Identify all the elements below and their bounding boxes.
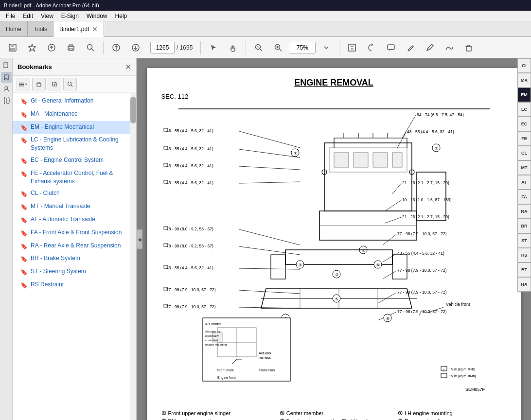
- bookmark-item-ec[interactable]: 🔖 EC - Engine Control System: [13, 154, 136, 167]
- bookmark-label-lc[interactable]: LC - Engine Lubrication & Cooling System…: [31, 136, 132, 152]
- bookmark-label-gi[interactable]: GI - General Information: [31, 97, 93, 105]
- svg-line-14: [260, 49, 263, 51]
- select-tool-button[interactable]: [205, 39, 222, 56]
- side-icon-attachments[interactable]: [1, 95, 12, 106]
- find-button[interactable]: [82, 39, 99, 56]
- right-tab-em[interactable]: EM: [517, 88, 531, 102]
- save-button[interactable]: [4, 39, 21, 56]
- bookmark-label-ma[interactable]: MA - Maintenance: [31, 110, 78, 118]
- svg-rect-135: [441, 373, 447, 378]
- fit-page-button[interactable]: [343, 39, 361, 56]
- zoom-dropdown-button[interactable]: [318, 39, 335, 56]
- print-button[interactable]: [62, 39, 80, 56]
- bookmark-label-at[interactable]: AT - Automatic Transaxle: [31, 215, 95, 224]
- right-tab-gi[interactable]: GI: [517, 58, 531, 73]
- bookmark-label-fa[interactable]: FA - Front Axle & Front Suspension: [31, 228, 122, 237]
- tab-binder[interactable]: Binder1.pdf ✕: [53, 21, 104, 37]
- bookmark-item-mt[interactable]: 🔖 MT - Manual Transaxle: [13, 200, 136, 213]
- bookmark-item-at[interactable]: 🔖 AT - Automatic Transaxle: [13, 213, 136, 227]
- pdf-area[interactable]: ENGINE REMOVAL SEC. 112: [137, 58, 531, 420]
- delete-button[interactable]: [460, 39, 478, 56]
- bookmark-item-rs[interactable]: 🔖 RS Restraint: [13, 279, 136, 292]
- edit-button[interactable]: [421, 39, 439, 56]
- svg-text:SEM057F: SEM057F: [465, 387, 485, 392]
- legend-area: ① Front upper engine slinger ② RH engine…: [161, 410, 507, 420]
- bookmark-label-st[interactable]: ST - Steering System: [31, 267, 86, 276]
- tab-close-icon[interactable]: ✕: [92, 25, 98, 33]
- bookmark-label-ra[interactable]: RA - Rear Axle & Rear Suspension: [31, 242, 121, 250]
- bookmark-label-cl[interactable]: CL - Clutch: [31, 189, 60, 197]
- upload-button[interactable]: [43, 39, 60, 56]
- right-tab-st[interactable]: ST: [517, 233, 531, 248]
- side-icon-page[interactable]: [1, 60, 12, 71]
- right-tab-ra[interactable]: RA: [517, 204, 531, 219]
- prev-page-button[interactable]: [107, 39, 125, 56]
- right-tab-ma[interactable]: MA: [517, 73, 531, 88]
- menu-help[interactable]: Help: [111, 12, 131, 20]
- right-tab-fe[interactable]: FE: [517, 131, 531, 146]
- tab-tools[interactable]: Tools: [28, 21, 53, 36]
- sidebar-search-button[interactable]: [63, 78, 77, 90]
- highlight-button[interactable]: [402, 39, 419, 56]
- bookmark-item-fe[interactable]: 🔖 FE - Accelerator Control, Fuel & Exhau…: [13, 167, 136, 188]
- bookmark-label-br[interactable]: BR - Brake System: [31, 254, 80, 262]
- bookmark-label-fe[interactable]: FE - Accelerator Control, Fuel & Exhaust…: [31, 169, 132, 186]
- menu-esign[interactable]: E-Sign: [57, 12, 83, 20]
- bookmark-label-ec[interactable]: EC - Engine Control System: [31, 156, 104, 164]
- tab-home[interactable]: Home: [0, 21, 28, 36]
- bookmark-label-mt[interactable]: MT - Manual Transaxle: [31, 202, 90, 210]
- title-bar-text: Binder1.pdf - Adobe Acrobat Pro (64-bit): [4, 2, 99, 8]
- hand-tool-button[interactable]: [224, 39, 242, 56]
- bookmark-label-em[interactable]: EM - Engine Mechanical: [31, 123, 94, 131]
- next-page-button[interactable]: [127, 39, 144, 56]
- bookmark-icon-rs: 🔖: [20, 281, 28, 290]
- right-tab-mt[interactable]: MT: [517, 160, 531, 175]
- sidebar-close-button[interactable]: ✕: [125, 62, 131, 71]
- sign-button[interactable]: [441, 39, 458, 56]
- svg-line-63: [239, 268, 300, 269]
- right-tab-at[interactable]: AT: [517, 175, 531, 190]
- scrollbar-thumb[interactable]: [130, 97, 136, 123]
- bookmark-item-lc[interactable]: 🔖 LC - Engine Lubrication & Cooling Syst…: [13, 134, 136, 154]
- sidebar-new-button[interactable]: [48, 78, 61, 90]
- right-tab-fa[interactable]: FA: [517, 190, 531, 204]
- comment-button[interactable]: [382, 39, 400, 56]
- svg-line-93: [383, 271, 396, 279]
- page-input[interactable]: [150, 42, 175, 53]
- svg-text:77 - 98 (7.9 - 10.0, 57 - 72): 77 - 98 (7.9 - 10.0, 57 - 72): [166, 304, 216, 309]
- menu-edit[interactable]: Edit: [19, 12, 37, 20]
- right-tab-rs[interactable]: RS: [517, 248, 531, 262]
- sidebar-delete-button[interactable]: [32, 78, 46, 90]
- side-icon-bookmarks[interactable]: [1, 72, 12, 83]
- bookmark-label-rs[interactable]: RS Restraint: [31, 280, 64, 289]
- right-tab-ec[interactable]: EC: [517, 117, 531, 131]
- bookmark-item-fa[interactable]: 🔖 FA - Front Axle & Front Suspension: [13, 227, 136, 240]
- zoom-input[interactable]: [289, 42, 316, 53]
- rotate-button[interactable]: [363, 39, 380, 56]
- scrollbar-track[interactable]: [130, 93, 136, 420]
- bookmark-button[interactable]: [23, 39, 41, 56]
- svg-rect-22: [466, 46, 471, 51]
- menu-file[interactable]: File: [2, 12, 19, 20]
- side-icon-signatures[interactable]: [1, 84, 12, 94]
- bookmark-item-ma[interactable]: 🔖 MA - Maintenance: [13, 108, 136, 121]
- legend-item-6: ⑥ Front engine mounting (Fluid type): [280, 418, 388, 420]
- sidebar-options-button[interactable]: [17, 78, 30, 90]
- bookmark-item-em[interactable]: 🔖 EM - Engine Mechanical: [13, 121, 136, 134]
- zoom-in-button[interactable]: [269, 39, 287, 56]
- menu-view[interactable]: View: [37, 12, 57, 20]
- right-tab-cl[interactable]: CL: [517, 146, 531, 160]
- svg-line-18: [280, 49, 282, 51]
- menu-window[interactable]: Window: [83, 12, 111, 20]
- right-tab-ha[interactable]: HA: [517, 277, 531, 292]
- collapse-handle[interactable]: ◀: [137, 229, 142, 249]
- bookmark-item-gi[interactable]: 🔖 GI - General Information: [13, 95, 136, 108]
- right-tab-br[interactable]: BR: [517, 219, 531, 233]
- right-tab-lc[interactable]: LC: [517, 102, 531, 117]
- bookmark-item-ra[interactable]: 🔖 RA - Rear Axle & Rear Suspension: [13, 240, 136, 253]
- right-tab-bt[interactable]: BT: [517, 262, 531, 277]
- bookmark-item-cl[interactable]: 🔖 CL - Clutch: [13, 187, 136, 200]
- zoom-out-button[interactable]: [250, 39, 267, 56]
- bookmark-item-st[interactable]: 🔖 ST - Steering System: [13, 265, 136, 279]
- bookmark-item-br[interactable]: 🔖 BR - Brake System: [13, 252, 136, 265]
